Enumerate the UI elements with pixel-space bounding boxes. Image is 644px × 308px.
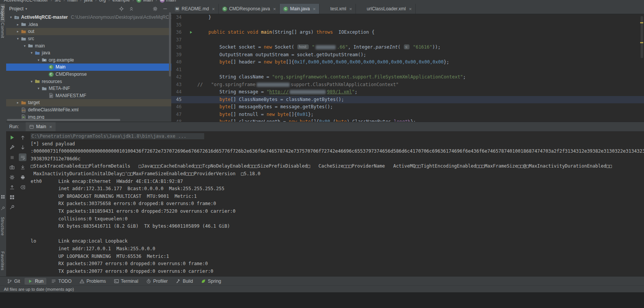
- tab-urlclassloader-xml[interactable]: urlClassLoader.xml×: [356, 4, 416, 14]
- close-tab-icon[interactable]: ×: [313, 7, 316, 11]
- tree-item-defineclasswritefile-xml[interactable]: defineClassWriteFile.xml: [6, 106, 171, 114]
- chevron-down-icon[interactable]: ▾: [22, 44, 27, 48]
- toolwindow-button-terminal[interactable]: Terminal: [111, 278, 141, 285]
- vertical-scrollbar[interactable]: [169, 12, 171, 77]
- code-line-38[interactable]: 38 Socket socket = new Socket( host: ".6…: [171, 44, 644, 51]
- tree-item-main[interactable]: CMain: [6, 64, 171, 71]
- tab-cmdresponse-java[interactable]: CCMDResponse.java×: [219, 4, 280, 14]
- tree-item-manifest-mf[interactable]: MANIFEST.MF: [6, 92, 171, 99]
- tab-test-xml[interactable]: test.xml×: [320, 4, 356, 14]
- grid-button[interactable]: [8, 193, 16, 201]
- chevron-down-icon[interactable]: ▾: [36, 58, 41, 62]
- breadcrumb-item-java[interactable]: java: [84, 0, 92, 3]
- code-line-47[interactable]: 47 byte[] notnull = new byte[]{0x01};: [171, 111, 644, 119]
- close-tab-icon[interactable]: ×: [212, 7, 215, 11]
- breadcrumb-item-main[interactable]: mmain: [160, 0, 176, 3]
- error-stripe-mark[interactable]: [640, 22, 643, 23]
- toolwindow-button-git[interactable]: Git: [4, 278, 23, 285]
- tool-button-structure[interactable]: Structure: [0, 215, 5, 238]
- collapse-icon[interactable]: [128, 6, 134, 12]
- chevron-right-icon[interactable]: ▸: [15, 29, 20, 33]
- close-tab-icon[interactable]: ×: [409, 7, 412, 11]
- code-line-37[interactable]: 37: [171, 36, 644, 44]
- code-area[interactable]: 34 }3536 public static void main(String[…: [171, 14, 644, 122]
- stop-button[interactable]: [8, 153, 16, 161]
- tool-button-project[interactable]: Project: [0, 4, 5, 22]
- chevron-down-icon[interactable]: ▾: [25, 7, 27, 11]
- code-line-36[interactable]: 36 public static void main(String[] args…: [171, 29, 644, 36]
- tree-item-main[interactable]: ▾main: [6, 42, 171, 49]
- chevron-right-icon[interactable]: ▸: [15, 101, 20, 104]
- tree-item-resources[interactable]: ▾resources: [6, 78, 171, 85]
- close-icon[interactable]: ×: [49, 124, 52, 129]
- run-line-icon[interactable]: [184, 29, 197, 36]
- horizontal-scrollbar[interactable]: [7, 119, 120, 121]
- breadcrumb-item-src[interactable]: src: [55, 0, 61, 3]
- gear-button[interactable]: [8, 173, 16, 181]
- breadcrumb-item-activemqrce-master[interactable]: ActiveMqRCE-master: [4, 0, 48, 3]
- hide-icon[interactable]: [162, 6, 168, 12]
- code-line-43[interactable]: 43// "org.springframesupport.ClassPathXm…: [171, 81, 644, 89]
- chevron-down-icon[interactable]: ▾: [8, 15, 13, 19]
- clear-button[interactable]: [19, 183, 26, 191]
- tree-item-idea[interactable]: ▸.idea: [6, 21, 171, 28]
- toolwindow-button-run[interactable]: Run: [25, 278, 46, 285]
- code-line-40[interactable]: 40 byte[] header = new byte[]{0x1f,0x00,…: [171, 59, 644, 66]
- project-panel-title[interactable]: Project: [9, 6, 23, 11]
- toolwindow-button-todo[interactable]: TODO: [48, 278, 74, 285]
- tree-item-org-example[interactable]: ▾org.example: [6, 57, 171, 64]
- code-line-48[interactable]: 48 byte[] classNameLength = new byte[]{0…: [171, 118, 644, 122]
- tab-readme-md[interactable]: MREADME.md×: [171, 4, 219, 14]
- toolwindow-button-problems[interactable]: Problems: [76, 278, 109, 285]
- chevron-right-icon[interactable]: ▸: [15, 23, 20, 26]
- tool-button-commit[interactable]: Commit: [0, 21, 5, 40]
- code-line-44[interactable]: 44 String message = "http://989/1.xml";: [171, 88, 644, 96]
- tree-item-java[interactable]: ▾java: [6, 49, 171, 57]
- locate-icon[interactable]: [118, 6, 125, 12]
- console-output[interactable]: C:\Penetration\ProgramTools\Java\jdk1.8\…: [29, 131, 644, 277]
- code-line-42[interactable]: 42 String className = "org.springframewo…: [171, 73, 644, 81]
- tab-main-java[interactable]: CMain.java×: [280, 4, 320, 14]
- gear-icon[interactable]: [152, 6, 158, 12]
- tree-item-activemqrce-master[interactable]: ▾ActiveMqRCE-masterC:\Users\Anonymous\De…: [6, 14, 171, 21]
- wrench-button[interactable]: [8, 143, 16, 151]
- tree-item-cmdresponse[interactable]: CCMDResponse: [6, 71, 171, 78]
- chevron-down-icon[interactable]: ▾: [29, 51, 34, 55]
- grid-icon[interactable]: [0, 194, 6, 200]
- close-tab-icon[interactable]: ×: [349, 7, 352, 11]
- breadcrumb-item-example[interactable]: example: [112, 0, 129, 3]
- tree-item-out[interactable]: ▸out: [6, 28, 171, 35]
- code-line-41[interactable]: 41: [171, 66, 644, 74]
- breadcrumb-item-main[interactable]: CMain: [136, 0, 153, 3]
- error-stripe-mark[interactable]: [640, 42, 643, 43]
- code-line-39[interactable]: 39 OutputStream outputStream = socket.ge…: [171, 51, 644, 59]
- chevron-down-icon[interactable]: ▾: [29, 80, 34, 83]
- scroll-end-button[interactable]: [19, 163, 26, 171]
- rerun-button[interactable]: [8, 134, 16, 141]
- arrow-down-button[interactable]: [19, 143, 26, 151]
- print-button[interactable]: [19, 173, 26, 181]
- code-line-35[interactable]: 35: [171, 21, 644, 29]
- chevron-down-icon[interactable]: ▾: [36, 86, 41, 90]
- code-line-46[interactable]: 46 byte[] messageBytes = message.getByte…: [171, 103, 644, 111]
- toolwindow-button-spring[interactable]: Spring: [198, 278, 224, 285]
- camera-button[interactable]: [8, 163, 16, 171]
- toolwindow-button-build[interactable]: Build: [172, 278, 196, 285]
- breadcrumb-item-main[interactable]: main: [67, 0, 77, 3]
- run-tab-main[interactable]: Main ×: [26, 122, 56, 131]
- tree-item-meta-inf[interactable]: ▾META-INF: [6, 85, 171, 92]
- chevron-down-icon[interactable]: ▾: [15, 37, 20, 41]
- tool-button-favorites[interactable]: Favorites: [0, 249, 5, 272]
- toolwindow-button-profiler[interactable]: Profiler: [143, 278, 171, 285]
- breadcrumb-item-org[interactable]: org: [99, 0, 106, 3]
- close-tab-icon[interactable]: ×: [273, 7, 276, 11]
- code-line-45[interactable]: 45 byte[] ClassNameBytes = className.get…: [171, 96, 644, 104]
- code-line-34[interactable]: 34 }: [171, 14, 644, 21]
- tree-item-src[interactable]: ▾src: [6, 35, 171, 42]
- arrow-up-button[interactable]: [19, 134, 26, 141]
- softwrap-button[interactable]: [19, 153, 26, 161]
- tree-item-target[interactable]: ▸target: [6, 99, 171, 106]
- pin-button[interactable]: [8, 203, 16, 211]
- upload-button[interactable]: [8, 183, 16, 191]
- pin-icon[interactable]: [0, 206, 6, 211]
